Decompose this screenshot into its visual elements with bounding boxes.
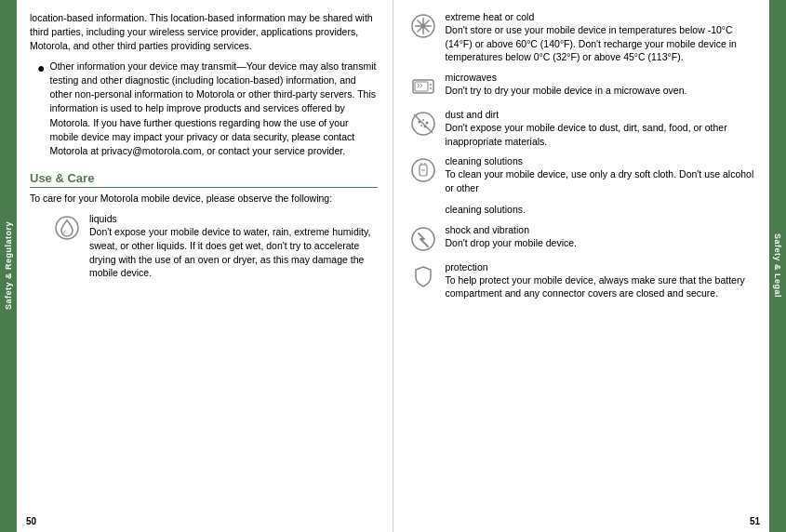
right-page: extreme heat or cold Don't store or use …: [393, 0, 770, 532]
bullet-item-1: ● Other information your device may tran…: [30, 60, 378, 159]
cleaning-symbol: [410, 157, 436, 183]
care-text-block-liquids: liquids Don't expose your mobile device …: [89, 213, 378, 280]
right-sidebar: Safety & Legal: [769, 0, 786, 532]
page-number-left: 50: [26, 516, 36, 526]
svg-line-18: [414, 114, 433, 133]
care-item-cleaning: cleaning solutions To clean your mobile …: [408, 155, 757, 194]
care-item-liquids: liquids Don't expose your mobile device …: [52, 213, 378, 280]
care-label-microwave: microwaves: [446, 72, 757, 83]
care-text-dust: dust and dirt Don't expose your mobile d…: [446, 109, 757, 148]
care-item-microwave: microwaves Don't try to dry your mobile …: [408, 72, 757, 101]
dust-icon: [408, 109, 438, 139]
section-intro: To care for your Motorola mobile device,…: [30, 192, 378, 206]
liquids-icon: [52, 213, 82, 243]
protection-icon: [408, 261, 438, 291]
care-label-dust: dust and dirt: [446, 109, 757, 120]
svg-point-15: [425, 122, 428, 125]
microwave-icon: [408, 72, 438, 101]
care-desc-shock: Don't drop your mobile device.: [446, 236, 757, 250]
heat-cold-icon: [408, 11, 438, 41]
care-item-protection: protection To help protect your mobile d…: [408, 261, 757, 300]
svg-point-7: [420, 24, 425, 29]
main-content: location-based information. This locatio…: [17, 0, 769, 532]
care-label-liquids: liquids: [89, 213, 378, 224]
care-item-shock: shock and vibration Don't drop your mobi…: [408, 224, 757, 254]
left-sidebar-label: Safety & Regulatory: [4, 221, 13, 310]
care-text-heat: extreme heat or cold Don't store or use …: [446, 11, 757, 64]
care-desc-liquids: Don't expose your mobile device to water…: [89, 225, 378, 280]
page-number-right: 51: [750, 516, 760, 526]
care-desc-cleaning: To clean your mobile device, use only a …: [446, 167, 757, 194]
care-item-heat: extreme heat or cold Don't store or use …: [408, 11, 757, 64]
svg-point-14: [422, 119, 424, 121]
shock-icon: [408, 224, 438, 254]
svg-line-1: [63, 231, 65, 233]
care-text-shock: shock and vibration Don't drop your mobi…: [446, 224, 757, 250]
right-sidebar-label: Safety & Legal: [773, 233, 782, 298]
bullet-dot: ●: [37, 60, 45, 159]
shield-icon: [410, 263, 436, 289]
left-page: location-based information. This locatio…: [17, 0, 393, 532]
care-item-dust: dust and dirt Don't expose your mobile d…: [408, 109, 757, 148]
water-drop-icon: [54, 215, 80, 241]
care-label-shock: shock and vibration: [446, 224, 757, 235]
care-desc-heat: Don't store or use your mobile device in…: [446, 23, 757, 64]
svg-point-10: [430, 84, 432, 86]
left-sidebar: Safety & Regulatory: [0, 0, 17, 532]
cleaning-cont-text: cleaning solutions.: [446, 204, 526, 215]
care-desc-dust: Don't expose your mobile device to dust,…: [446, 121, 757, 148]
care-label-cleaning: cleaning solutions: [446, 155, 757, 166]
care-label-heat: extreme heat or cold: [446, 11, 757, 22]
care-section: liquids Don't expose your mobile device …: [30, 213, 378, 287]
dust-symbol: [410, 111, 436, 137]
microwave-symbol: [410, 73, 436, 100]
care-desc-microwave: Don't try to dry your mobile device in a…: [446, 84, 757, 98]
snowflake-icon: [410, 13, 436, 39]
section-title-use-care: Use & Care: [30, 171, 378, 188]
svg-point-11: [430, 87, 432, 89]
cleaning-cont: cleaning solutions.: [408, 203, 757, 217]
bullet-text-1: Other information your device may transm…: [49, 60, 377, 159]
care-label-protection: protection: [446, 261, 757, 273]
care-text-cleaning: cleaning solutions To clean your mobile …: [446, 155, 757, 194]
care-text-protection: protection To help protect your mobile d…: [446, 261, 757, 300]
care-text-microwave: microwaves Don't try to dry your mobile …: [446, 72, 757, 98]
cleaning-icon: [408, 155, 438, 185]
intro-text: location-based information. This locatio…: [30, 11, 378, 54]
svg-point-16: [420, 125, 422, 126]
shock-symbol: [410, 226, 436, 252]
care-desc-protection: To help protect your mobile device, alwa…: [446, 273, 757, 300]
